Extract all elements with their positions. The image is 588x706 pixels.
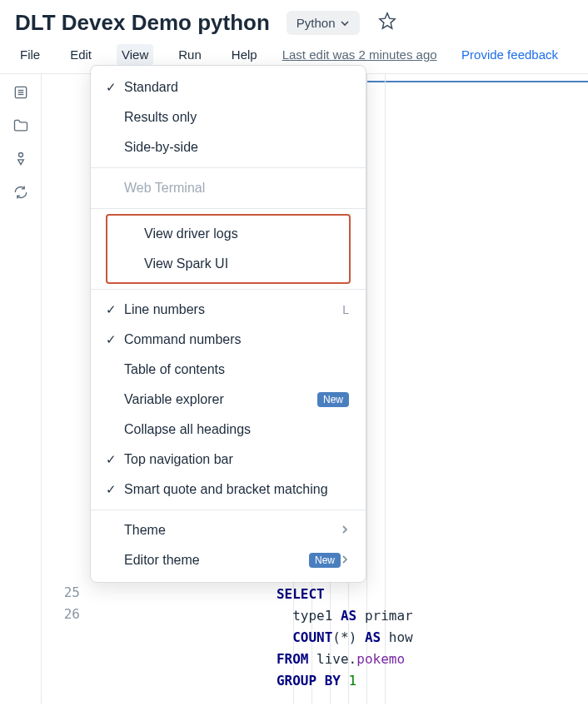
last-edit-link[interactable]: Last edit was 2 minutes ago — [282, 47, 437, 62]
star-icon[interactable] — [378, 12, 396, 34]
menu-line-numbers[interactable]: ✓ Line numbers L — [91, 295, 366, 325]
chevron-right-icon — [341, 553, 349, 568]
menu-standard[interactable]: ✓ Standard — [91, 72, 366, 102]
menu-table-of-contents[interactable]: Table of contents — [91, 355, 366, 385]
refresh-icon[interactable] — [12, 184, 29, 201]
check-icon: ✓ — [106, 332, 124, 347]
menu-editor-theme[interactable]: Editor theme New — [91, 545, 366, 575]
line-gutter: 25 26 — [42, 582, 92, 625]
notebook-title[interactable]: DLT Devex Demo python — [15, 10, 270, 36]
folder-icon[interactable] — [12, 117, 29, 134]
menu-command-numbers[interactable]: ✓ Command numbers — [91, 325, 366, 355]
check-icon: ✓ — [106, 80, 124, 95]
highlighted-group: View driver logs View Spark UI — [106, 214, 351, 284]
menu-variable-explorer[interactable]: Variable explorer New — [91, 385, 366, 415]
menu-web-terminal: Web Terminal — [91, 173, 366, 203]
menu-help[interactable]: Help — [227, 44, 262, 65]
chevron-right-icon — [341, 523, 349, 538]
menu-run[interactable]: Run — [173, 44, 207, 65]
view-menu-dropdown: ✓ Standard Results only Side-by-side Web… — [90, 65, 366, 583]
shapes-icon[interactable] — [12, 151, 29, 167]
menu-results-only[interactable]: Results only — [91, 102, 366, 132]
provide-feedback-link[interactable]: Provide feedback — [461, 47, 573, 62]
title-row: DLT Devex Demo python Python — [15, 10, 573, 36]
svg-point-4 — [18, 153, 22, 157]
menu-collapse-headings[interactable]: Collapse all headings — [91, 415, 366, 445]
notebook-header: DLT Devex Demo python Python File Edit V… — [0, 0, 588, 73]
new-badge: New — [317, 392, 349, 407]
menu-view[interactable]: View — [117, 44, 153, 65]
check-icon: ✓ — [106, 302, 124, 317]
new-badge: New — [309, 553, 341, 568]
menu-top-nav-bar[interactable]: ✓ Top navigation bar — [91, 445, 366, 475]
menu-theme[interactable]: Theme — [91, 515, 366, 545]
menu-view-spark-ui[interactable]: View Spark UI — [107, 249, 349, 279]
side-rail — [0, 74, 42, 704]
menu-separator — [91, 510, 366, 510]
menu-separator — [91, 208, 366, 209]
check-icon: ✓ — [106, 482, 124, 497]
menu-separator — [91, 289, 366, 290]
menu-separator — [91, 167, 366, 168]
menu-smart-quote[interactable]: ✓ Smart quote and bracket matching — [91, 475, 366, 505]
language-selector[interactable]: Python — [287, 11, 361, 35]
list-icon[interactable] — [12, 84, 29, 101]
menu-edit[interactable]: Edit — [65, 44, 97, 65]
language-label: Python — [296, 16, 336, 30]
menu-side-by-side[interactable]: Side-by-side — [91, 132, 366, 162]
check-icon: ✓ — [106, 452, 124, 467]
chevron-down-icon — [340, 18, 350, 28]
menu-file[interactable]: File — [15, 44, 45, 65]
menu-view-driver-logs[interactable]: View driver logs — [107, 219, 349, 249]
